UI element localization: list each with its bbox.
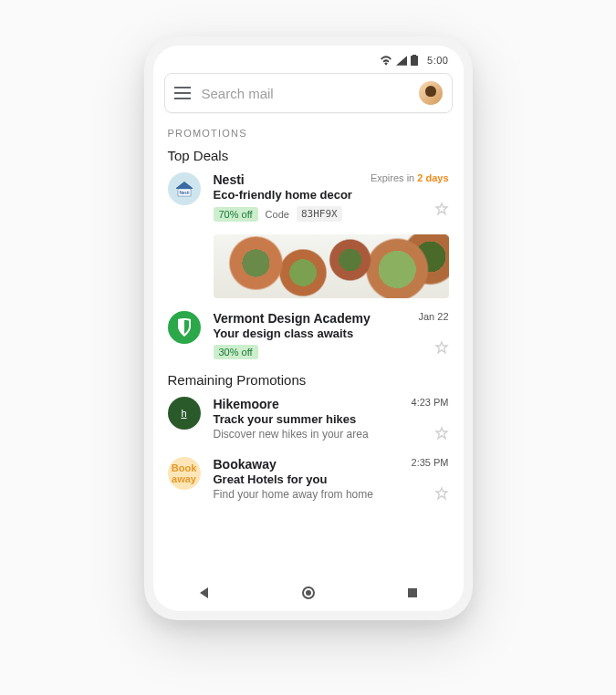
email-snippet: Find your home away from home	[214, 488, 373, 501]
sender-name: Vermont Design Academy	[214, 311, 371, 326]
promo-image-succulents[interactable]	[214, 234, 449, 298]
star-icon[interactable]	[434, 340, 449, 358]
email-date: Jan 22	[418, 311, 448, 322]
menu-icon[interactable]	[174, 87, 191, 99]
sender-avatar-vda	[168, 311, 201, 344]
top-deals-title: Top Deals	[168, 148, 449, 163]
phone-frame: 5:00 Search mail PROMOTIONS Top Deals	[144, 36, 473, 620]
badges-row: 30% off	[214, 345, 258, 359]
promo-code: 83HF9X	[297, 206, 342, 222]
sender-name: Hikemoore	[214, 397, 279, 411]
nav-back-icon[interactable]	[198, 586, 211, 599]
email-subject: Your design class awaits	[214, 327, 449, 340]
remaining-title: Remaining Promotions	[168, 372, 449, 388]
email-item-nesti[interactable]: Nesti Nesti Expires in 2 days Eco-friend…	[168, 172, 449, 222]
battery-icon	[411, 55, 418, 66]
wifi-icon	[380, 56, 392, 66]
search-bar-container: Search mail	[153, 69, 464, 120]
star-icon[interactable]	[434, 486, 449, 504]
discount-badge: 30% off	[214, 345, 258, 359]
status-bar: 5:00	[153, 46, 464, 69]
sender-avatar-hikemoore: h	[168, 397, 201, 430]
email-body: Vermont Design Academy Jan 22 Your desig…	[214, 311, 449, 359]
email-item-bookaway[interactable]: Book away Bookaway 2:35 PM Great Hotels …	[168, 457, 449, 504]
status-time: 5:00	[427, 55, 448, 66]
sender-avatar-nesti: Nesti	[168, 172, 201, 205]
svg-rect-4	[408, 588, 417, 597]
email-snippet: Discover new hikes in your area	[214, 428, 369, 441]
profile-avatar[interactable]	[419, 81, 443, 105]
star-icon[interactable]	[434, 202, 449, 220]
email-item-hikemoore[interactable]: h Hikemoore 4:23 PM Track your summer hi…	[168, 397, 449, 444]
search-bar[interactable]: Search mail	[164, 73, 453, 113]
discount-badge: 70% off	[214, 207, 258, 222]
email-body: Hikemoore 4:23 PM Track your summer hike…	[214, 397, 449, 444]
sender-name: Bookaway	[214, 457, 277, 472]
email-body: Bookaway 2:35 PM Great Hotels for you Fi…	[214, 457, 449, 504]
android-nav-bar	[153, 575, 464, 611]
content-scroll[interactable]: PROMOTIONS Top Deals Nesti Nesti Expires	[153, 120, 464, 575]
svg-point-3	[306, 590, 311, 596]
sender-avatar-bookaway: Book away	[168, 457, 201, 490]
signal-icon	[396, 56, 407, 66]
email-body: Nesti Expires in 2 days Eco-friendly hom…	[214, 172, 449, 222]
category-label: PROMOTIONS	[168, 128, 449, 139]
code-label: Code	[266, 209, 289, 220]
phone-screen: 5:00 Search mail PROMOTIONS Top Deals	[153, 46, 464, 611]
sender-name: Nesti	[214, 172, 245, 187]
email-time: 2:35 PM	[412, 457, 449, 468]
svg-text:Nesti: Nesti	[179, 191, 189, 195]
nav-home-icon[interactable]	[301, 586, 316, 600]
email-subject: Great Hotels for you	[214, 472, 449, 486]
nav-recents-icon[interactable]	[407, 587, 418, 598]
email-subject: Track your summer hikes	[214, 412, 449, 426]
email-time: 4:23 PM	[412, 397, 449, 408]
star-icon[interactable]	[434, 426, 449, 444]
badges-row: 70% off Code 83HF9X	[214, 206, 342, 222]
search-input[interactable]: Search mail	[202, 86, 408, 101]
email-subject: Eco-friendly home decor	[214, 188, 449, 202]
expires-label: Expires in 2 days	[371, 172, 449, 183]
email-item-vda[interactable]: Vermont Design Academy Jan 22 Your desig…	[168, 311, 449, 359]
